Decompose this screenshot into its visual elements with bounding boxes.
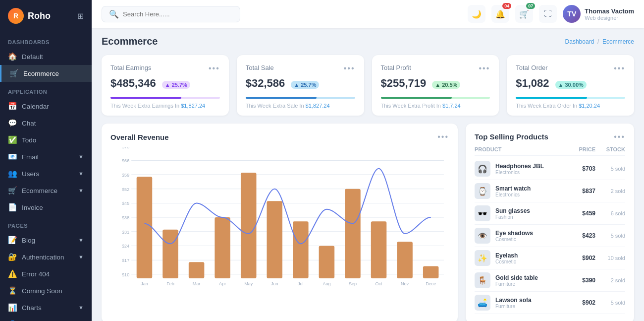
chevron-down-icon: ▼ <box>78 305 84 311</box>
svg-text:$31: $31 <box>122 230 129 235</box>
stat-value: $255,719 <box>381 77 427 90</box>
sidebar-item-label: Blog <box>22 237 35 244</box>
svg-rect-34 <box>293 221 309 278</box>
stat-card-1: Total Sale ••• $32,586 ▲ 25.7% This Week… <box>237 55 364 116</box>
product-stock: 5 sold <box>595 300 625 306</box>
bar-chart: $80$73$66$59$52$45$38$31$24$17$10JanFebM… <box>110 147 449 296</box>
sidebar-item-coming-soon[interactable]: ⏳ Coming Soon <box>0 282 92 299</box>
sidebar-item-error-404[interactable]: ⚠️ Error 404 <box>0 265 92 282</box>
sidebar-item-label: Todo <box>22 136 36 144</box>
stat-menu-button[interactable]: ••• <box>344 64 355 73</box>
stat-badge: ▲ 30.00% <box>555 81 587 89</box>
product-price: $703 <box>571 165 595 172</box>
sidebar-icon: 📄 <box>8 203 17 212</box>
sidebar-item-calendar[interactable]: 📅 Calendar <box>0 98 92 115</box>
sidebar-item-label: Ecommerce <box>22 187 57 194</box>
stat-value: $32,586 <box>246 77 285 90</box>
logo-icon: R <box>8 8 24 24</box>
search-box[interactable]: 🔍 <box>102 6 240 22</box>
sidebar-item-invoice[interactable]: 📄 Invoice <box>0 199 92 216</box>
top-selling-menu-button[interactable]: ••• <box>614 132 625 141</box>
sidebar-item-email[interactable]: 📧 Email ▼ <box>0 148 92 165</box>
top-selling-item: ⌚ Smart watch Electronics $837 2 sold <box>475 180 625 202</box>
sidebar-item-chat[interactable]: 💬 Chat <box>0 115 92 131</box>
cart-button[interactable]: 🛒 07 <box>515 5 533 23</box>
stat-badge: ▲ 25.7% <box>162 81 190 89</box>
sidebar-item-authentication[interactable]: 🔐 Authentication ▼ <box>0 249 92 265</box>
user-profile[interactable]: TV Thomas Vactom Web designer <box>563 5 634 23</box>
sidebar-item-label: Calendar <box>22 103 49 110</box>
svg-text:$17: $17 <box>122 258 129 263</box>
sidebar-item-contacts[interactable]: 👤 Contacts <box>0 316 92 321</box>
product-price: $902 <box>571 255 595 261</box>
product-stock: 5 sold <box>595 233 625 239</box>
sidebar-icon: 🛒 <box>8 186 17 195</box>
product-name: Sun glasses <box>495 207 571 214</box>
stat-menu-button[interactable]: ••• <box>479 64 490 73</box>
sidebar-item-charts[interactable]: 📊 Charts ▼ <box>0 299 92 316</box>
sidebar-icon: 📊 <box>8 303 17 312</box>
sidebar-item-label: Chat <box>22 120 36 127</box>
stat-progress-bar <box>516 97 587 99</box>
svg-rect-36 <box>319 246 335 278</box>
sidebar-icon: ✅ <box>8 135 17 144</box>
stat-card-header: Total Earnings ••• <box>110 64 220 73</box>
svg-text:$24: $24 <box>122 244 129 249</box>
stat-label: Total Order <box>516 64 547 71</box>
svg-text:$59: $59 <box>122 173 129 178</box>
chart-menu-button[interactable]: ••• <box>437 132 449 141</box>
stat-note: This Week Extra Earnings In $1,827.24 <box>110 103 220 109</box>
search-input[interactable] <box>123 10 222 18</box>
stat-value: $485,346 <box>110 77 156 90</box>
col-product: Product <box>475 146 571 152</box>
sidebar-item-default[interactable]: 🏠 Default <box>0 48 92 65</box>
col-stock: Stock <box>595 146 625 152</box>
stat-badge: ▲ 20.5% <box>432 81 460 89</box>
logo-text: Roho <box>28 11 51 21</box>
sidebar-item-ecommerce[interactable]: 🛒 Ecommerce <box>0 65 92 82</box>
svg-text:Nov: Nov <box>401 281 409 286</box>
svg-rect-28 <box>215 217 230 278</box>
stat-note: This Week Extra Sale In $1,827.24 <box>246 103 355 109</box>
chart-header: Overall Revenue ••• <box>110 132 449 141</box>
fullscreen-button[interactable]: ⛶ <box>539 5 557 23</box>
product-icon: 👁️ <box>475 228 490 244</box>
svg-rect-32 <box>267 201 283 278</box>
user-name: Thomas Vactom <box>585 7 634 15</box>
sidebar: R Roho ⊞ Dashboards🏠 Default 🛒 Ecommerce… <box>0 0 92 321</box>
product-icon: ⌚ <box>475 183 490 199</box>
main-content: 🔍 🌙 🔔 04 🛒 07 ⛶ TV Thomas Vactom Web des… <box>92 0 644 321</box>
sidebar-item-users[interactable]: 👥 Users ▼ <box>0 165 92 182</box>
product-category: Furniture <box>495 281 571 287</box>
product-category: Fashion <box>495 214 571 220</box>
top-selling-item: 👁️ Eye shadows Cosmetic $423 5 sold <box>475 225 625 247</box>
product-name: Eye shadows <box>495 230 571 237</box>
sidebar-icon: ⚠️ <box>8 269 17 278</box>
sidebar-item-label: Users <box>22 170 39 178</box>
sidebar-item-todo[interactable]: ✅ Todo <box>0 131 92 148</box>
svg-text:$52: $52 <box>122 187 129 192</box>
svg-text:$38: $38 <box>122 215 129 220</box>
sidebar-item-ecommerce[interactable]: 🛒 Ecommerce ▼ <box>0 182 92 199</box>
stat-card-3: Total Order ••• $1,082 ▲ 30.00% This Wee… <box>507 55 634 116</box>
product-stock: 6 sold <box>595 210 625 216</box>
notifications-button[interactable]: 🔔 04 <box>491 5 509 23</box>
product-category: Electronics <box>495 170 571 175</box>
sidebar-item-label: Ecommerce <box>23 70 59 77</box>
top-selling-card: Top Selling Products ••• Product Price S… <box>466 124 634 321</box>
product-category: Cosmetic <box>495 237 571 242</box>
theme-toggle-button[interactable]: 🌙 <box>468 5 485 23</box>
sidebar-item-blog[interactable]: 📝 Blog ▼ <box>0 232 92 249</box>
search-icon: 🔍 <box>109 9 119 19</box>
product-name: Eyelash <box>495 252 571 259</box>
chevron-down-icon: ▼ <box>78 188 84 193</box>
grid-icon[interactable]: ⊞ <box>77 11 84 21</box>
sidebar-section-label: Dashboards <box>0 32 92 48</box>
svg-rect-40 <box>371 221 387 278</box>
stat-menu-button[interactable]: ••• <box>209 64 220 73</box>
sidebar-item-label: Authentication <box>22 254 64 261</box>
product-name: Lawson sofa <box>495 297 571 304</box>
stat-menu-button[interactable]: ••• <box>614 64 625 73</box>
product-category: Electronics <box>495 192 571 197</box>
product-stock: 10 sold <box>595 255 625 261</box>
